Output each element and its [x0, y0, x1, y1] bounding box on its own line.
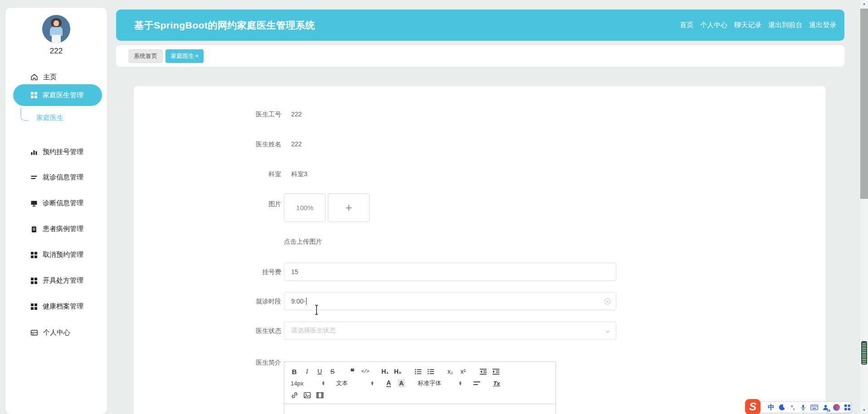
status-select[interactable]: 请选择医生状态	[284, 322, 616, 340]
scrollbar-thumb[interactable]	[860, 9, 868, 199]
app-header: 基于SpringBoot的网约家庭医生管理系统 首页 个人中心 聊天记录 退出到…	[116, 10, 844, 41]
department-value: 科室3	[291, 169, 307, 178]
keyboard-icon[interactable]	[810, 403, 818, 412]
nav-logout[interactable]: 退出登录	[809, 21, 836, 29]
doctor-no-label: 医生工号	[134, 110, 281, 119]
nav-home[interactable]: 首页	[680, 21, 693, 29]
moon-icon[interactable]	[779, 403, 785, 412]
nav-chat-records[interactable]: 聊天记录	[734, 21, 761, 29]
sidebar-item-label: 家庭医生管理	[43, 91, 83, 100]
username: 222	[5, 47, 107, 56]
skin-blob-icon[interactable]	[833, 403, 840, 412]
tab-system-home[interactable]: 系统首页	[128, 49, 163, 63]
sidebar-item-health-record-mgmt[interactable]: 健康档案管理	[30, 302, 83, 311]
sidebar-item-patient-case-mgmt[interactable]: 患者病例管理	[30, 225, 83, 233]
font-family-select[interactable]: 标准字体 ▲▼	[416, 379, 464, 387]
underline-button[interactable]: U	[314, 366, 325, 376]
tab-close-icon[interactable]: ×	[195, 53, 199, 59]
nav-personal-center[interactable]: 个人中心	[700, 21, 727, 29]
tab-family-doctor[interactable]: 家庭医生 ×	[166, 49, 204, 63]
fee-input[interactable]	[284, 263, 616, 281]
sogou-logo-icon[interactable]: S	[745, 399, 761, 414]
align-button[interactable]	[471, 378, 482, 388]
app-title: 基于SpringBoot的网约家庭医生管理系统	[134, 19, 315, 32]
upload-progress-box: 100%	[284, 193, 326, 222]
sidebar-item-prescription-mgmt[interactable]: 开具处方管理	[30, 276, 83, 285]
sidebar-item-cancel-appointment-mgmt[interactable]: 取消预约管理	[30, 250, 83, 259]
sidebar-item-label: 预约挂号管理	[43, 148, 83, 156]
font-size-select[interactable]: 14px ▲▼	[289, 380, 327, 387]
header1-button[interactable]: H₁	[380, 366, 390, 376]
scrollbar-up-arrow[interactable]: ▲	[860, 0, 868, 8]
sidebar-item-label: 健康档案管理	[43, 302, 83, 311]
bold-button[interactable]: B	[289, 366, 300, 376]
tab-bar: 系统首页 家庭医生 ×	[116, 45, 844, 67]
text-color-button[interactable]: A	[383, 378, 394, 388]
image-label: 图片	[134, 199, 281, 208]
card-icon	[30, 329, 38, 337]
submenu-connector	[20, 108, 29, 121]
bg-a-glyph: A	[398, 379, 405, 387]
sidebar-item-diagnosis-mgmt[interactable]: 诊断信息管理	[30, 199, 83, 207]
grid-icon	[30, 303, 38, 310]
nav-exit-to-front[interactable]: 退出到前台	[768, 21, 802, 29]
sidebar-item-label: 个人中心	[43, 328, 70, 337]
italic-button[interactable]: I	[302, 366, 312, 376]
background-color-button[interactable]: A	[396, 378, 407, 388]
spinner-arrows-icon: ▲▼	[322, 381, 325, 385]
text-caret	[306, 298, 307, 305]
scrollbar-down-arrow[interactable]: ▼	[860, 407, 868, 413]
link-button[interactable]	[289, 390, 300, 400]
header2-button[interactable]: H₂	[392, 366, 403, 376]
monitor-icon	[30, 200, 38, 207]
blockquote-button[interactable]: ❝	[347, 366, 358, 376]
toolbox-grid-icon[interactable]	[844, 403, 851, 412]
microphone-icon[interactable]	[800, 403, 806, 412]
sidebar-item-personal-center[interactable]: 个人中心	[30, 328, 70, 337]
text-style-select[interactable]: 文本 ▲▼	[334, 379, 376, 387]
fee-label: 挂号费	[134, 267, 281, 276]
period-label: 就诊时段	[134, 297, 281, 306]
ime-language-icon[interactable]: 中	[768, 403, 775, 412]
avatar[interactable]	[42, 15, 70, 43]
intro-label: 医生简介	[134, 358, 281, 367]
period-input[interactable]: 9:00-	[284, 292, 616, 310]
editor-toolbar: B I U S ❝ </> H₁ H₂ x₂ x²	[284, 362, 556, 404]
upload-add-button[interactable]: +	[328, 193, 370, 222]
sidebar-item-label: 诊断信息管理	[43, 199, 83, 207]
sidebar-item-home[interactable]: 主页	[30, 73, 57, 82]
image-button[interactable]	[302, 390, 312, 400]
form-card: 医生工号 222 医生姓名 222 科室 科室3 图片 100% + 点击上传图…	[134, 86, 825, 414]
bullet-list-button[interactable]	[425, 366, 436, 376]
list-icon	[30, 174, 38, 181]
clipboard-icon	[30, 226, 38, 233]
color-a-glyph: A	[386, 380, 391, 387]
sidebar-item-label: 开具处方管理	[43, 276, 83, 285]
superscript-button[interactable]: x²	[458, 366, 468, 376]
clean-format-button[interactable]: Tx	[491, 378, 502, 388]
mouse-text-cursor	[314, 304, 319, 315]
header-nav: 首页 个人中心 聊天记录 退出到前台 退出登录	[680, 21, 836, 29]
user-account-icon[interactable]: 16	[822, 403, 829, 412]
text-style-value: 文本	[336, 379, 348, 387]
upload-hint: 点击上传图片	[284, 238, 322, 246]
subscript-button[interactable]: x₂	[445, 366, 456, 376]
editor-content-area[interactable]	[284, 404, 556, 414]
sidebar-item-label: 主页	[43, 73, 57, 82]
sidebar-item-family-doctor-mgmt[interactable]: 家庭医生管理	[13, 84, 102, 106]
ordered-list-button[interactable]	[412, 366, 423, 376]
grid-icon	[30, 91, 38, 99]
outdent-button[interactable]	[478, 366, 488, 376]
video-button[interactable]	[314, 390, 325, 400]
indent-button[interactable]	[490, 366, 501, 376]
doctor-name-label: 医生姓名	[134, 140, 281, 149]
period-value: 9:00-	[291, 298, 306, 305]
clear-icon[interactable]	[604, 298, 611, 305]
sidebar-item-appointment-mgmt[interactable]: 预约挂号管理	[30, 148, 83, 156]
code-block-button[interactable]: </>	[360, 366, 371, 376]
strike-button[interactable]: S	[327, 366, 338, 376]
scrollbar-extension-widget[interactable]	[861, 341, 867, 365]
sidebar-subitem-family-doctor[interactable]: 家庭医生	[36, 114, 63, 122]
punctuation-icon[interactable]: °,	[790, 403, 796, 412]
sidebar-item-visit-info-mgmt[interactable]: 就诊信息管理	[30, 173, 83, 182]
